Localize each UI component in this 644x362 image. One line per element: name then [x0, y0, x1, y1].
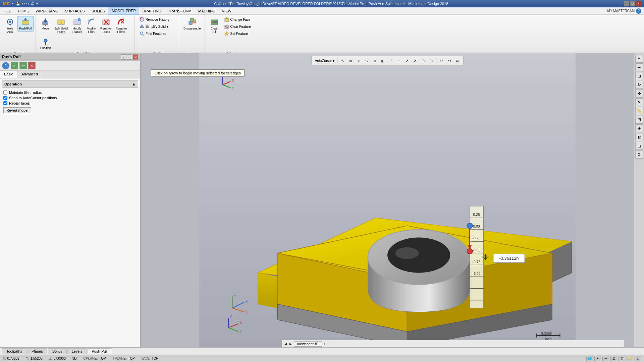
menu-machine[interactable]: MACHINE [195, 7, 219, 14]
zoom-in-status[interactable]: + [594, 356, 601, 361]
close-button[interactable]: ✕ [636, 1, 641, 6]
vp-btn-diag[interactable]: ↗ [403, 57, 411, 64]
globe-icon[interactable]: 🌐 [586, 356, 593, 361]
vp-btn-right[interactable]: → [387, 57, 394, 64]
reset-view-status[interactable]: ⊡ [610, 356, 617, 361]
section-collapse-icon[interactable]: ▲ [132, 82, 136, 86]
menu-view[interactable]: VIEW [219, 7, 235, 14]
menu-surfaces[interactable]: SURFACES [61, 7, 88, 14]
tab-planes[interactable]: Planes [27, 348, 47, 354]
menu-wireframe[interactable]: WIREFRAME [32, 7, 61, 14]
rt-render[interactable]: ◈ [635, 124, 643, 132]
vp-btn-zoom-out[interactable]: ⊖ [363, 57, 370, 64]
disassemble-button[interactable]: Disassemble [182, 16, 203, 32]
help-icon[interactable]: ? [636, 8, 641, 14]
rt-options[interactable]: ⚙ [635, 150, 643, 159]
ok-button[interactable]: ✓ [11, 62, 18, 69]
remove-faces-button[interactable]: RemoveFaces [99, 16, 113, 35]
menu-model-prep[interactable]: MODEL PREP [108, 7, 139, 14]
rt-wireframe[interactable]: ◻ [635, 142, 643, 150]
light-status[interactable]: 💡 [627, 356, 633, 361]
apply-button[interactable]: ↩ [19, 62, 27, 69]
my-mastercam-button[interactable]: MY MASTERCAM ? [605, 8, 644, 14]
info-status[interactable]: ℹ [635, 356, 641, 361]
quick-access-print[interactable]: 🖨 [31, 2, 34, 6]
zoom-out-status[interactable]: ─ [602, 356, 609, 361]
vp-btn-up[interactable]: ↑ [395, 57, 402, 64]
tab-solids[interactable]: Solids [48, 348, 67, 354]
panel-help-button[interactable]: ? [121, 54, 126, 60]
rt-pan[interactable]: ✥ [635, 89, 643, 98]
revert-model-button[interactable]: Revert model [3, 107, 31, 113]
vp-btn-zoom-fit[interactable]: ⊕ [347, 57, 354, 64]
minimize-button[interactable]: ─ [624, 1, 629, 6]
tab-basic[interactable]: Basic [0, 71, 17, 78]
menu-file[interactable]: FILE [0, 7, 14, 14]
help-button[interactable]: ? [2, 62, 9, 69]
menu-solids[interactable]: SOLIDS [88, 7, 108, 14]
quick-access-save[interactable]: 💾 [16, 2, 20, 6]
settings-status[interactable]: ⚙ [619, 356, 625, 361]
rt-zoom-in[interactable]: + [635, 55, 643, 63]
vp-btn-minus[interactable]: ⊟ [427, 57, 435, 64]
hole-axis-button[interactable]: HoleAxis [3, 16, 17, 35]
menu-drafting[interactable]: DRAFTING [139, 7, 165, 14]
set-feature-button[interactable]: Set Feature [222, 30, 253, 37]
statusbar-right[interactable]: 🌐 + ─ ⊡ ⚙ 💡 ℹ [586, 356, 641, 361]
vp-btn-redo[interactable]: ↪ [446, 57, 453, 64]
rt-section[interactable]: ⊡ [635, 116, 643, 124]
rt-select[interactable]: ↖ [635, 98, 643, 106]
menu-home[interactable]: HOME [14, 7, 32, 14]
viewsheet-nav-right[interactable]: ► [289, 342, 292, 346]
quick-access-more[interactable]: ▼ [36, 2, 39, 5]
viewsheet-nav-left[interactable]: ◄ [284, 342, 287, 346]
vp-btn-grid[interactable]: ⊞ [419, 57, 427, 64]
maintain-fillet-checkbox[interactable] [3, 90, 7, 95]
clear-all-button[interactable]: ClearAll [208, 16, 221, 37]
position-button[interactable]: Position [39, 36, 53, 51]
vp-btn-circle[interactable]: ○ [355, 57, 362, 64]
move-button[interactable]: Move [39, 16, 52, 32]
menu-transform[interactable]: TRANSFORM [165, 7, 195, 14]
vp-btn-target[interactable]: ⊛ [371, 57, 378, 64]
viewport[interactable]: AutoCursor ▾ ↖ ⊕ ○ ⊖ ⊛ ◎ → ↑ ↗ ✕ ⊞ ⊟ ↩ ↪… [141, 53, 634, 347]
vp-btn-undo[interactable]: ↩ [438, 57, 445, 64]
simplify-solid-button[interactable]: Simplify Solid ▾ [138, 23, 177, 30]
rt-rotate[interactable]: ↻ [635, 81, 643, 89]
quick-access-undo[interactable]: ↩ [22, 2, 25, 6]
tab-advanced[interactable]: Advanced [17, 71, 42, 78]
panel-controls[interactable]: ? ─ ✕ [121, 54, 138, 60]
modify-feature-button[interactable]: ✎ ModifyFeature [70, 16, 84, 35]
remove-fillets-button[interactable]: RemoveFillets [114, 16, 129, 35]
vp-btn-arrow[interactable]: ↖ [339, 57, 346, 64]
tab-push-pull[interactable]: Push-Pull [88, 348, 112, 354]
modify-fillet-button[interactable]: ModifyFillet [85, 16, 98, 35]
rt-zoom-fit[interactable]: ⊡ [635, 72, 643, 80]
quick-access-redo[interactable]: ↪ [26, 2, 29, 6]
autocursor-dropdown[interactable]: AutoCursor ▾ [314, 59, 336, 63]
panel-close-button[interactable]: ✕ [133, 54, 138, 60]
3d-model-viewport[interactable]: 0.25 0.00 -0.25 -0.50 -0.75 -1.00 [141, 53, 634, 347]
titlebar-controls[interactable]: ─ □ ✕ [624, 1, 641, 6]
viewsheet-add-button[interactable]: + [323, 342, 325, 346]
viewsheet-tab[interactable]: Viewsheet #1 [294, 341, 322, 347]
rt-zoom-out[interactable]: ─ [635, 63, 643, 71]
rt-shading[interactable]: ◐ [635, 133, 643, 141]
tab-levels[interactable]: Levels [67, 348, 87, 354]
vp-btn-orbit[interactable]: ◎ [379, 57, 386, 64]
split-solid-faces-button[interactable]: Split SolidFaces [53, 16, 69, 35]
remove-history-button[interactable]: Remove History [138, 16, 177, 23]
clear-feature-button[interactable]: Clear Feature [222, 23, 253, 30]
panel-minimize-button[interactable]: ─ [127, 54, 132, 60]
push-pull-button[interactable]: Push/Pull [17, 16, 34, 32]
cancel-button[interactable]: ✕ [28, 62, 36, 69]
snap-autocursor-checkbox[interactable] [3, 96, 7, 100]
maximize-button[interactable]: □ [630, 1, 635, 6]
repair-faces-checkbox[interactable] [3, 101, 7, 105]
tab-toolpaths[interactable]: Toolpaths [2, 348, 26, 354]
find-features-button[interactable]: Find Features [138, 30, 177, 37]
rt-measure[interactable]: 📏 [635, 107, 643, 115]
vp-btn-x[interactable]: ✕ [411, 57, 419, 64]
vp-btn-layers[interactable]: ⧉ [454, 57, 461, 64]
change-face-button[interactable]: Change Face [222, 16, 253, 23]
